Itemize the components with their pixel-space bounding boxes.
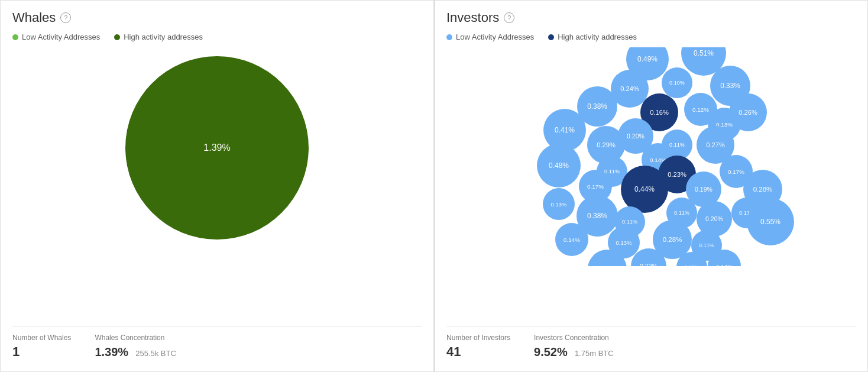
bubble-9: 0.26%: [729, 93, 767, 131]
whales-legend-high: High activity addresses: [114, 33, 203, 41]
whales-stats-footer: Number of Whales 1 Whales Concentration …: [12, 326, 422, 360]
investors-btc: 1.75m BTC: [575, 349, 614, 358]
investors-legend-low: Low Activity Addresses: [446, 33, 534, 41]
high-activity-dot: [114, 34, 120, 40]
investors-count-value: 41: [446, 344, 510, 360]
bubble-23: 0.13%: [543, 188, 575, 220]
whales-title-text: Whales: [12, 10, 56, 25]
investors-legend: Low Activity Addresses High activity add…: [446, 33, 856, 41]
bubble-2: 0.10%: [662, 67, 692, 98]
investors-count-label: Number of Investors: [446, 334, 510, 342]
whales-circle-value: 1.39%: [203, 143, 230, 153]
whales-legend: Low Activity Addresses High activity add…: [12, 33, 422, 41]
investors-legend-high: High activity addresses: [548, 33, 637, 41]
inv-high-label: High activity addresses: [558, 33, 637, 41]
investors-stats-footer: Number of Investors 41 Investors Concent…: [446, 326, 856, 360]
investors-help-icon[interactable]: ?: [504, 12, 514, 23]
low-activity-label: Low Activity Addresses: [22, 33, 100, 41]
whales-help-icon[interactable]: ?: [60, 12, 71, 23]
whales-btc: 255.5k BTC: [135, 349, 176, 358]
inv-high-dot: [548, 34, 554, 40]
investors-bubble-chart: 0.49%0.51%0.10%0.24%0.33%0.38%0.12%0.13%…: [446, 47, 856, 266]
bubble-34: 0.14%: [555, 223, 588, 256]
whales-conc-label: Whales Concentration: [95, 334, 176, 342]
investors-title: Investors ?: [446, 10, 856, 25]
inv-low-label: Low Activity Addresses: [456, 33, 534, 41]
whales-pct: 1.39%: [95, 345, 128, 358]
bubble-21: 0.44%: [621, 166, 668, 213]
investors-title-text: Investors: [446, 10, 499, 25]
low-activity-dot: [12, 34, 18, 40]
whales-concentration-stat: Whales Concentration 1.39% 255.5k BTC: [95, 334, 176, 360]
whales-chart: 1.39%: [12, 47, 422, 248]
bubble-16: 0.48%: [537, 144, 581, 187]
investors-concentration-stat: Investors Concentration 9.52% 1.75m BTC: [534, 334, 614, 360]
investors-conc-value: 9.52% 1.75m BTC: [534, 344, 614, 360]
inv-low-dot: [446, 34, 452, 40]
whales-conc-value: 1.39% 255.5k BTC: [95, 344, 176, 360]
investors-panel: Investors ? Low Activity Addresses High …: [434, 0, 868, 372]
high-activity-label: High activity addresses: [124, 33, 203, 41]
investors-pct: 9.52%: [534, 345, 568, 358]
whales-count-value: 1: [12, 344, 71, 360]
number-of-investors-stat: Number of Investors 41: [446, 334, 510, 360]
whales-title: Whales ?: [12, 10, 422, 25]
investors-conc-label: Investors Concentration: [534, 334, 614, 342]
whales-count-label: Number of Whales: [12, 334, 71, 342]
whales-big-circle: 1.39%: [125, 56, 309, 240]
whales-panel: Whales ? Low Activity Addresses High act…: [0, 0, 434, 372]
number-of-whales-stat: Number of Whales 1: [12, 334, 71, 360]
whales-legend-low: Low Activity Addresses: [12, 33, 100, 41]
bubble-30: 0.55%: [747, 198, 794, 245]
